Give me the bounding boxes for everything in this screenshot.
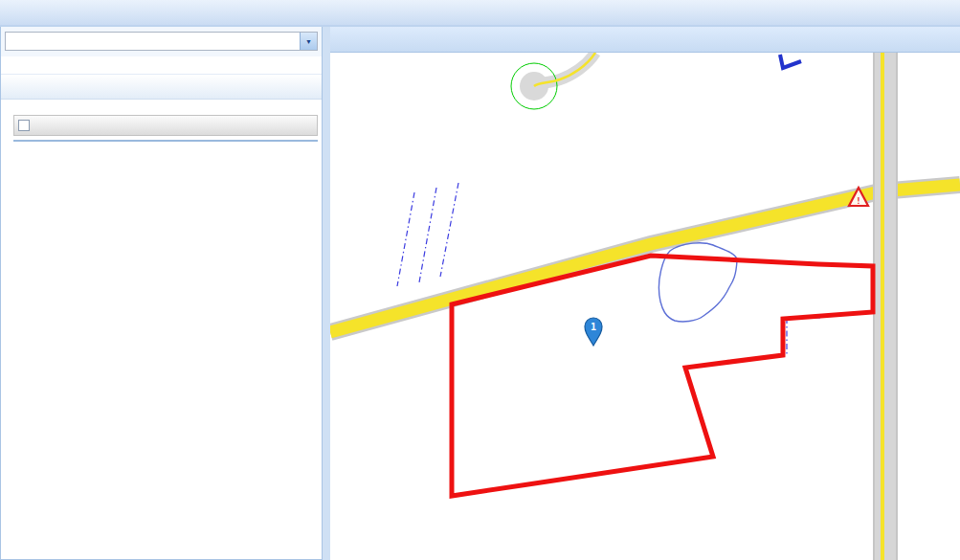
instruction-text [1, 56, 322, 74]
map-toolbar [330, 27, 960, 53]
parcel-attributes-table [13, 140, 318, 142]
query-type-select[interactable]: ▼ [5, 32, 318, 51]
result-pin-marker[interactable]: 1 [585, 318, 602, 346]
map-canvas[interactable]: ! 1 [330, 53, 960, 560]
results-checkbox[interactable] [18, 120, 30, 131]
flag-mark [780, 55, 801, 68]
roads [330, 53, 960, 560]
chevron-down-icon[interactable]: ▼ [300, 33, 317, 50]
query-type-value [6, 33, 300, 50]
results-header [13, 115, 318, 136]
selection-toolbar [1, 74, 322, 100]
panel-splitter[interactable] [323, 27, 330, 560]
svg-text:!: ! [856, 196, 860, 206]
selected-parcel-outline[interactable] [452, 256, 873, 496]
main-tab-bar [0, 0, 960, 27]
survey-dash-lines [397, 183, 820, 354]
pin-number: 1 [591, 322, 596, 332]
query-panel: ▼ [0, 27, 323, 560]
gis-application: ▼ [0, 0, 960, 560]
